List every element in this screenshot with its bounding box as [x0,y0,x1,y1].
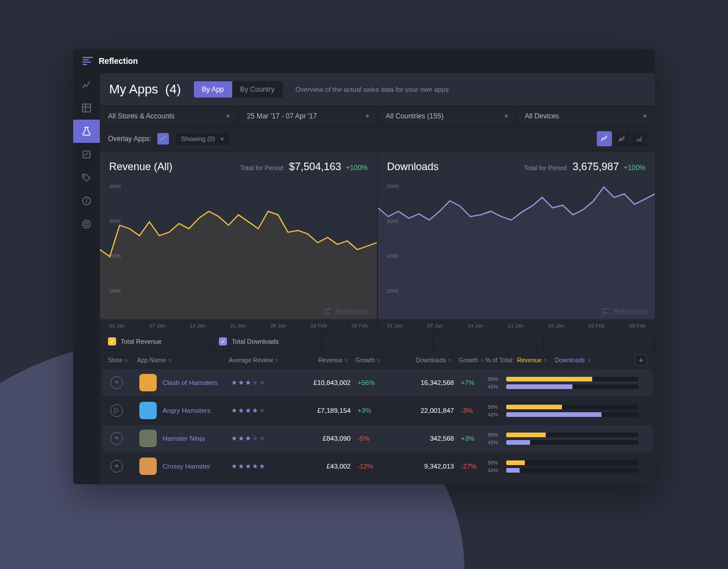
app-icon [139,458,157,475]
nav-lab-icon[interactable] [73,120,100,143]
col-pct-label: % of Total: [485,356,514,363]
x-tick: 02 Feb [589,323,605,329]
svg-point-10 [85,222,88,226]
overlay-bar: Overlay Apps: Showing (0)▾ [100,127,655,152]
filter-devices-label: All Devices [525,112,559,120]
chart-watermark: Reflection [323,308,369,316]
growth-revenue: +56% [351,379,384,386]
header-description: Overview of the actual sales data for yo… [295,86,449,93]
chart-revenue-title: Revenue (All) [109,161,172,173]
filter-devices[interactable]: All Devices▾ [517,106,655,126]
nav-analytics-icon[interactable] [73,73,100,96]
view-tabs: By App By Country [194,81,283,98]
legend-downloads-label: Total Downloads [232,338,279,345]
appstore-icon [110,432,123,445]
chart-downloads-title: Downloads [387,161,439,173]
sort-icon: ⇅ [587,358,591,363]
chart-revenue-plot: 400K 300K 200K 100K Reflection [100,180,377,319]
svg-point-9 [82,220,91,228]
table-row[interactable]: Angry Hamsters ★★★★★ £7,189,154 +3% 22,0… [102,397,653,424]
filter-countries[interactable]: All Countries (155)▾ [378,106,517,126]
app-name[interactable]: Angry Hamsters [163,407,210,414]
play-icon [110,404,123,417]
chevron-down-icon: ▾ [643,112,647,120]
overlay-chart-icon[interactable] [157,133,169,145]
col-pct-downloads[interactable]: Downloads [555,356,585,363]
col-growth2[interactable]: Growth [459,356,478,363]
tab-by-country[interactable]: By Country [232,81,283,98]
app-name[interactable]: Clash of Hamsters [163,379,218,386]
chart-mode-group [597,131,647,146]
overlay-showing-select[interactable]: Showing (0)▾ [175,132,231,146]
x-tick: 14 Jan [467,323,483,329]
filter-dates[interactable]: 25 Mar '17 - 07 Apr '17▾ [239,106,377,126]
legend-empty[interactable] [433,333,544,350]
downloads-value: 22,001,847 [384,407,454,414]
x-tick: 07 Jan [149,323,165,329]
sort-icon: ⇅ [168,358,172,363]
titlebar: Reflection [73,49,655,73]
chevron-down-icon: ▾ [226,112,230,120]
overlay-showing-label: Showing (0) [181,135,215,142]
nav-tag-icon[interactable] [73,166,100,189]
brand-logo-icon [82,57,93,65]
nav-grid-icon[interactable] [73,96,100,120]
col-pct-revenue[interactable]: Revenue [517,356,542,363]
pct-bars: 58% 42% [488,432,639,445]
downloads-value: 16,342,568 [384,379,454,386]
col-app[interactable]: App Name [137,356,166,363]
nav-info-icon[interactable] [73,189,100,213]
table-row[interactable]: Crossy Hamster ★★★★★ £43,002 -12% 9,342,… [102,453,653,480]
col-revenue[interactable]: Revenue [318,356,343,363]
page-title: My Apps [109,82,158,96]
sort-icon: ⇅ [377,358,381,363]
table-row[interactable]: Hamster Ninja ★★★★★ £843,090 -5% 342,568… [102,425,653,452]
charts-row: Revenue (All) Total for Period $7,504,16… [100,152,655,332]
app-name[interactable]: Crossy Hamster [163,463,210,470]
app-icon [139,430,157,447]
x-tick: 02 Feb [311,323,327,329]
filter-bar: All Stores & Accounts▾ 25 Mar '17 - 07 A… [100,106,655,127]
col-store[interactable]: Store [108,356,122,363]
col-growth[interactable]: Growth [355,356,375,363]
star-rating: ★★★★★ [231,406,266,415]
downloads-value: 9,342,013 [384,463,454,470]
add-column-button[interactable]: + [635,354,647,366]
x-tick: 28 Jan [548,323,564,329]
growth-revenue: -12% [351,463,384,470]
star-rating: ★★★★★ [231,434,266,442]
app-icon [139,374,157,391]
page-title-count: (4) [165,82,181,96]
growth-downloads: +3% [454,435,488,442]
chart-revenue-sub: Total for Period [240,164,283,171]
chart-mode-line[interactable] [597,131,612,146]
legend-empty[interactable] [544,333,655,350]
chevron-down-icon: ▾ [366,112,369,120]
chart-mode-stacked[interactable] [614,131,629,146]
x-tick: 01 Jan [387,323,403,329]
filter-stores[interactable]: All Stores & Accounts▾ [100,106,239,126]
sort-icon: ⇅ [124,358,128,363]
sort-icon: ⇅ [344,358,348,363]
app-name[interactable]: Hamster Ninja [163,435,205,442]
nav-edit-icon[interactable] [73,143,100,166]
growth-downloads: +7% [454,379,488,386]
nav-help-icon[interactable] [73,213,100,236]
chart-watermark: Reflection [601,308,647,316]
chart-downloads-line [378,180,655,319]
col-review[interactable]: Average Review [229,356,273,363]
tab-by-app[interactable]: By App [194,81,232,98]
col-downloads[interactable]: Downloads [416,356,446,363]
revenue-value: £843,090 [295,435,351,442]
svg-point-5 [84,175,85,177]
x-tick: 09 Feb [629,323,646,329]
chevron-down-icon: ▾ [504,112,508,120]
revenue-value: £7,189,154 [295,407,351,414]
legend-empty[interactable] [322,333,433,350]
table-row[interactable]: Clash of Hamsters ★★★★★ £10,843,002 +56%… [102,369,653,396]
chart-downloads-delta: +100% [624,164,646,172]
legend-total-downloads[interactable]: ✓Total Downloads [211,333,322,350]
app-icon [139,402,157,419]
chart-mode-area[interactable] [632,131,647,146]
legend-total-revenue[interactable]: ✓Total Revenue [100,333,211,350]
